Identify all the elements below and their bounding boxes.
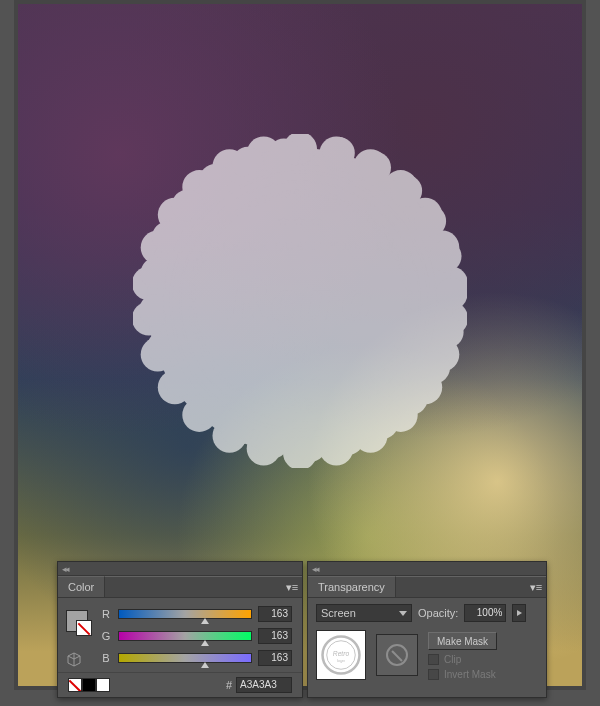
svg-point-43 (366, 407, 398, 439)
clip-label: Clip (444, 654, 461, 665)
tab-transparency[interactable]: Transparency (308, 576, 396, 597)
svg-point-44 (332, 423, 364, 455)
svg-point-52 (141, 257, 173, 289)
r-value[interactable]: 163 (258, 606, 292, 622)
svg-point-56 (232, 147, 264, 179)
svg-point-45 (295, 430, 327, 462)
svg-point-57 (268, 139, 300, 171)
svg-point-39 (436, 278, 468, 310)
panel-menu-button[interactable]: ▾≡ (526, 576, 546, 597)
menu-icon: ▾≡ (530, 581, 542, 594)
r-label: R (100, 608, 112, 620)
svg-text:logo: logo (337, 658, 346, 663)
white-swatch[interactable] (96, 678, 110, 692)
svg-point-54 (172, 189, 204, 221)
b-label: B (100, 652, 112, 664)
invert-mask-label: Invert Mask (444, 669, 496, 680)
collapse-icon: ◂◂ (62, 564, 68, 574)
color-panel: ◂◂ Color ▾≡ R 163 (57, 561, 303, 698)
clip-checkbox (428, 654, 439, 665)
opacity-label: Opacity: (418, 607, 458, 619)
black-swatch[interactable] (82, 678, 96, 692)
b-slider[interactable] (118, 653, 252, 663)
badge-title: Retro (226, 263, 373, 334)
opacity-flyout-button[interactable] (512, 604, 526, 622)
svg-point-36 (390, 175, 422, 207)
svg-point-46 (257, 427, 289, 459)
button-label: Make Mask (437, 636, 488, 647)
tab-label: Transparency (318, 581, 385, 593)
retro-badge-artwork[interactable]: ★ ★ ★ PREMIUM QUALITY DESIGN Retro logo … (133, 134, 467, 468)
cube-icon[interactable] (66, 652, 82, 668)
opacity-field[interactable]: 100% (464, 604, 506, 622)
panel-collapse-bar[interactable]: ◂◂ (308, 562, 546, 576)
make-mask-button[interactable]: Make Mask (428, 632, 497, 650)
g-value[interactable]: 163 (258, 628, 292, 644)
b-value[interactable]: 163 (258, 650, 292, 666)
collapse-icon: ◂◂ (312, 564, 318, 574)
g-slider[interactable] (118, 631, 252, 641)
svg-point-41 (418, 352, 450, 384)
chevron-down-icon (399, 611, 407, 616)
stars-top: ★ ★ ★ (277, 213, 324, 229)
hex-field[interactable]: A3A3A3 (236, 677, 292, 693)
hex-label: # (226, 679, 232, 691)
svg-point-51 (139, 294, 171, 326)
tab-label: Color (68, 581, 94, 593)
g-label: G (100, 630, 112, 642)
menu-icon: ▾≡ (286, 581, 298, 594)
tab-color[interactable]: Color (58, 576, 105, 597)
svg-point-38 (430, 240, 462, 272)
svg-point-55 (199, 164, 231, 196)
svg-point-40 (432, 316, 464, 348)
stars-bottom: ★ ★ ★ (277, 373, 324, 389)
svg-point-42 (396, 383, 428, 415)
no-mask-icon (386, 644, 408, 666)
arrow-right-icon (517, 610, 522, 616)
svg-point-53 (152, 221, 184, 253)
transparency-panel: ◂◂ Transparency ▾≡ Screen Opacity: 100% (307, 561, 547, 698)
svg-point-35 (359, 152, 391, 184)
badge-subtitle: logo (270, 326, 330, 363)
mask-thumbnail[interactable] (376, 634, 418, 676)
fill-stroke-swatch[interactable] (66, 610, 88, 632)
svg-point-37 (414, 205, 446, 237)
artwork-thumbnail[interactable]: Retro logo (316, 630, 366, 680)
badge-tagline: PREMIUM QUALITY DESIGN (204, 239, 396, 253)
none-swatch[interactable] (68, 678, 82, 692)
r-slider[interactable] (118, 609, 252, 619)
svg-text:Retro: Retro (333, 650, 350, 657)
blend-mode-dropdown[interactable]: Screen (316, 604, 412, 622)
blend-mode-value: Screen (321, 607, 356, 619)
panel-collapse-bar[interactable]: ◂◂ (58, 562, 302, 576)
badge-year: 1829 (287, 394, 313, 409)
svg-point-34 (323, 137, 355, 169)
invert-mask-checkbox (428, 669, 439, 680)
panel-menu-button[interactable]: ▾≡ (282, 576, 302, 597)
